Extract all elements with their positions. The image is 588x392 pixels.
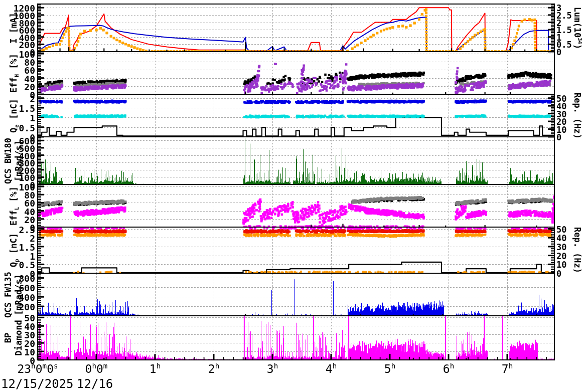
axis-title-qcs-bw180-units: [mRad/s] (14, 140, 24, 181)
x-tick-label: 1h (150, 362, 161, 375)
right-tick-label: 50 (556, 225, 566, 235)
right-axis-title-q-positron: Rep. (Hz) (572, 227, 582, 273)
x-tick-label: 4h (326, 362, 337, 375)
axis-title-q-positron: Qp [nC] (9, 233, 19, 267)
right-tick-label: 30 (556, 242, 566, 252)
axis-title-bp-diamond: BP (3, 333, 13, 343)
x-tick-label: 3h (267, 362, 278, 375)
right-tick-label: 0 (556, 269, 561, 279)
axis-title-eff-l: EffL [%] (9, 186, 19, 225)
right-axis-title-q-electron: Rep. (Hz) (572, 92, 582, 138)
x-tick-label: 6h (443, 362, 454, 375)
axis-title-eff-h: EffH [%] (9, 53, 19, 92)
x-tick-label: 7h (502, 362, 513, 375)
x-tick-label: 0h0m (85, 362, 108, 375)
axis-title-beam-current: I [mA] (9, 13, 19, 43)
x-tick-label: 23h0m0s (17, 362, 58, 375)
axis-title-qcs-bw180: QCS BW180 (3, 137, 13, 183)
date-label-left: 12/15/2025 (1, 377, 74, 391)
x-tick-label: 2h (208, 362, 219, 375)
axis-title-qcs-fw135-units: [mRad/s] (14, 274, 24, 315)
axis-title-bp-diamond-units: Diamond (14, 320, 24, 356)
axis-title-qcs-fw135: QCS FW135 (3, 271, 13, 317)
strip-chart-canvas (0, 0, 588, 392)
right-tick-label: 10 (556, 260, 566, 270)
axis-title-q-electron: Qe [nC] (9, 99, 19, 133)
x-tick-label: 5h (384, 362, 395, 375)
right-tick-label: 40 (556, 233, 566, 243)
right-axis-title-beam-current: Lum(1034) (572, 7, 582, 49)
right-tick-label: 20 (556, 251, 566, 261)
right-tick-label: 3 (556, 3, 561, 13)
right-tick-label: 50 (556, 94, 566, 104)
y-tick-label: 1200 (0, 3, 35, 14)
strip-chart-figure: 02004006008001000120000.511.522.53I [mA]… (0, 0, 588, 392)
date-label-right: 12/16 (77, 377, 113, 391)
